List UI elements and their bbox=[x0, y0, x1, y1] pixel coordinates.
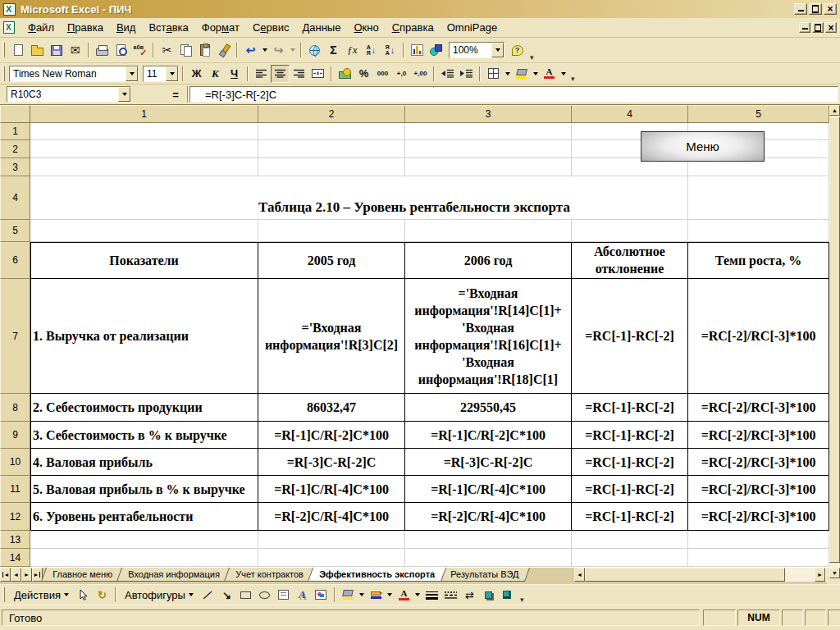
menu-item-2[interactable]: Правка bbox=[61, 20, 110, 35]
borders-button[interactable] bbox=[484, 65, 503, 83]
shadow-button[interactable] bbox=[479, 586, 498, 604]
toolbar-grip[interactable] bbox=[2, 66, 5, 81]
more-buttons-chevron[interactable]: ▾ bbox=[527, 53, 537, 62]
zoom-dropdown[interactable] bbox=[491, 43, 504, 57]
cell-r5c4[interactable] bbox=[572, 220, 688, 242]
cell-r13c1[interactable] bbox=[30, 531, 258, 549]
mail-button[interactable]: ✉ bbox=[66, 41, 84, 59]
fill-color-button[interactable] bbox=[512, 65, 531, 83]
increase-decimal-button[interactable]: +,0 bbox=[392, 65, 411, 83]
redo-dropdown[interactable] bbox=[288, 41, 297, 59]
drawing-button[interactable] bbox=[427, 41, 445, 59]
column-header-2[interactable]: 2 bbox=[258, 105, 405, 123]
comma-style-button[interactable]: 000 bbox=[373, 65, 392, 83]
bold-button[interactable]: Ж bbox=[187, 65, 206, 83]
cell-r14c2[interactable] bbox=[258, 549, 405, 567]
font-size-dropdown[interactable] bbox=[166, 66, 178, 81]
cell-r11c4[interactable]: =RC[-1]-RC[-2] bbox=[572, 476, 688, 503]
cell-r13c4[interactable] bbox=[572, 531, 688, 549]
format-painter-button[interactable] bbox=[214, 41, 233, 59]
cell-r10c2[interactable]: =R[-3]C-R[-2]C bbox=[258, 449, 405, 476]
menu-item-8[interactable]: Окно bbox=[347, 20, 385, 35]
arrow-style-button[interactable]: ⇄ bbox=[460, 586, 479, 604]
row-header-11[interactable]: 11 bbox=[0, 476, 30, 503]
cell-r6c2[interactable]: 2005 год bbox=[258, 242, 405, 279]
fill-color-dropdown[interactable] bbox=[531, 65, 540, 83]
row-header-4[interactable]: 4 bbox=[0, 176, 30, 220]
redo-button[interactable]: ↪ bbox=[269, 41, 288, 59]
cell-r14c4[interactable] bbox=[572, 549, 688, 567]
row-header-2[interactable]: 2 bbox=[0, 140, 30, 158]
autoshapes-button[interactable]: Автофигуры bbox=[120, 586, 199, 604]
toolbar-grip[interactable] bbox=[2, 587, 5, 602]
cell-r6c3[interactable]: 2006 год bbox=[405, 242, 572, 279]
insert-hyperlink-button[interactable] bbox=[305, 41, 324, 59]
open-button[interactable] bbox=[28, 41, 47, 59]
paste-function-button[interactable]: ƒx bbox=[343, 41, 362, 59]
cell-r1c3[interactable] bbox=[405, 123, 572, 140]
copy-button[interactable] bbox=[176, 41, 195, 59]
cell-r12c3[interactable]: =R[-2]C/R[-4]C*100 bbox=[405, 503, 572, 531]
cell-r12c4[interactable]: =RC[-1]-RC[-2] bbox=[572, 503, 688, 531]
cell-r4c1[interactable] bbox=[30, 176, 258, 220]
workbook-minimize-button[interactable] bbox=[799, 22, 810, 33]
select-objects-button[interactable] bbox=[74, 586, 93, 604]
draw-font-color-button[interactable]: А bbox=[395, 586, 413, 604]
line-style-button[interactable] bbox=[422, 586, 441, 604]
cell-r4c4[interactable] bbox=[572, 176, 688, 220]
cell-r8c5[interactable]: =RC[-2]/RC[-3]*100 bbox=[688, 394, 829, 422]
font-color-dropdown[interactable] bbox=[559, 65, 568, 83]
row-header-12[interactable]: 12 bbox=[0, 503, 30, 531]
workbook-icon[interactable] bbox=[3, 21, 15, 34]
cell-r6c1[interactable]: Показатели bbox=[30, 242, 258, 279]
cell-r14c1[interactable] bbox=[30, 549, 258, 567]
underline-button[interactable]: Ч bbox=[225, 65, 244, 83]
cell-r10c4[interactable]: =RC[-1]-RC[-2] bbox=[572, 449, 688, 476]
row-header-7[interactable]: 7 bbox=[0, 279, 30, 394]
scroll-down-button[interactable]: ▼ bbox=[829, 568, 840, 578]
new-button[interactable] bbox=[9, 41, 28, 59]
print-button[interactable] bbox=[93, 41, 112, 59]
decrease-indent-button[interactable] bbox=[438, 65, 457, 83]
font-color-button[interactable]: А bbox=[540, 65, 559, 83]
cell-r12c2[interactable]: =R[-2]C/R[-4]C*100 bbox=[258, 503, 405, 531]
sheet-tab-5[interactable]: Результаты ВЭД bbox=[438, 568, 530, 582]
cell-r10c3[interactable]: =R[-3]C-R[-2]C bbox=[405, 449, 572, 476]
formula-input[interactable]: =R[-3]C-R[-2]C bbox=[189, 86, 838, 103]
align-left-button[interactable] bbox=[252, 65, 271, 83]
cell-r13c3[interactable] bbox=[405, 531, 572, 549]
menu-item-5[interactable]: Формат bbox=[195, 20, 246, 35]
row-header-9[interactable]: 9 bbox=[0, 422, 30, 449]
cell-r2c3[interactable] bbox=[405, 140, 572, 158]
cell-r6c5[interactable]: Темп роста, % bbox=[688, 242, 829, 279]
row-header-1[interactable]: 1 bbox=[0, 123, 30, 140]
first-sheet-button[interactable]: ◄ bbox=[0, 568, 11, 582]
cell-r11c5[interactable]: =RC[-2]/RC[-3]*100 bbox=[688, 476, 829, 503]
line-color-dropdown[interactable] bbox=[386, 586, 395, 604]
cell-r7c2[interactable]: ='Входная информация'!R[3]C[2] bbox=[258, 279, 405, 394]
sheet-tab-1[interactable]: Главное меню bbox=[41, 568, 124, 582]
oval-button[interactable] bbox=[255, 586, 274, 604]
sheet-tab-4[interactable]: Эффективность экспорта bbox=[307, 568, 445, 582]
chart-wizard-button[interactable] bbox=[408, 41, 427, 59]
row-header-8[interactable]: 8 bbox=[0, 394, 30, 422]
decrease-decimal-button[interactable]: +,00 bbox=[411, 65, 430, 83]
zoom-combo[interactable]: 100% bbox=[449, 42, 504, 58]
text-box-button[interactable] bbox=[274, 586, 293, 604]
cell-r12c1[interactable]: 6. Уровень рентабельности bbox=[30, 503, 258, 531]
sheet-tab-3[interactable]: Учет контрактов bbox=[224, 568, 315, 582]
cell-r7c3[interactable]: ='Входная информация'!R[14]C[1]+ 'Входна… bbox=[405, 279, 572, 394]
row-header-6[interactable]: 6 bbox=[0, 242, 30, 279]
workbook-close-button[interactable]: × bbox=[825, 22, 837, 33]
row-header-13[interactable]: 13 bbox=[0, 531, 30, 549]
dash-style-button[interactable] bbox=[441, 586, 460, 604]
cell-r6c4[interactable]: Абсолютное отклонение bbox=[572, 242, 688, 279]
menu-sheet-button[interactable]: Меню bbox=[641, 131, 765, 162]
align-center-button[interactable] bbox=[271, 65, 290, 83]
cell-r8c2[interactable]: 86032,47 bbox=[258, 394, 405, 422]
row-header-14[interactable]: 14 bbox=[0, 549, 30, 567]
font-name-combo[interactable]: Times New Roman bbox=[9, 66, 139, 82]
scroll-left-button[interactable]: ◄ bbox=[574, 568, 585, 582]
autosum-button[interactable]: Σ bbox=[324, 41, 343, 59]
sheet-tab-2[interactable]: Входная информация bbox=[116, 568, 231, 582]
